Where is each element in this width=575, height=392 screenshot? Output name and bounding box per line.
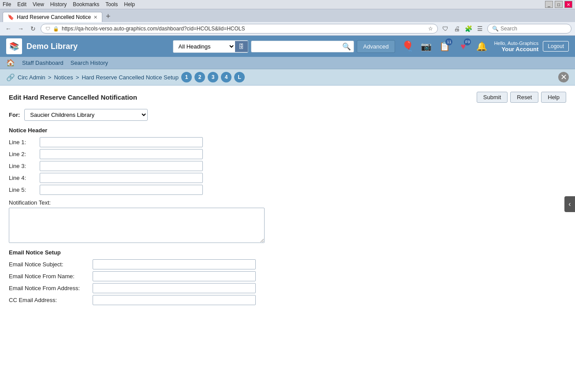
line3-row: Line 3:	[9, 161, 566, 171]
line2-input[interactable]	[40, 149, 203, 159]
app-logo: 📚	[6, 38, 22, 54]
search-history-link[interactable]: Search History	[71, 60, 108, 66]
url-input[interactable]	[62, 26, 426, 32]
email-section-header: Email Notice Setup	[9, 249, 566, 256]
wizard-bar: 🔗 Circ Admin > Notices > Hard Reserve Ca…	[0, 69, 575, 86]
line4-input[interactable]	[40, 173, 203, 183]
menu-help[interactable]: Help	[124, 1, 135, 7]
notifications-badge: 11	[445, 38, 452, 45]
search-button[interactable]: 🔍	[342, 42, 351, 51]
email-from-address-input[interactable]	[93, 283, 256, 293]
nav-home-icon[interactable]: 🏠	[6, 59, 15, 67]
url-bar[interactable]: 🛡 🔒 ☆	[41, 24, 438, 34]
form-title: Edit Hard Reserve Cancelled Notification	[9, 93, 137, 101]
hello-text: Hello, Auto-Graphics	[494, 41, 538, 46]
active-tab[interactable]: 🔖 Hard Reserve Cancelled Notice ✕	[3, 12, 102, 22]
submit-button[interactable]: Submit	[477, 92, 508, 103]
browser-titlebar: File Edit View History Bookmarks Tools H…	[0, 0, 575, 9]
reset-button[interactable]: Reset	[510, 92, 538, 103]
extension-icon[interactable]: 🧩	[463, 24, 473, 34]
line2-label: Line 2:	[9, 151, 35, 157]
heading-select-wrapper[interactable]: All Headings 🗄	[173, 40, 248, 53]
browser-search-input[interactable]	[500, 26, 567, 32]
email-subject-label: Email Notice Subject:	[9, 261, 88, 268]
line5-input[interactable]	[40, 185, 203, 195]
heart-icon[interactable]: ♥ F9	[455, 38, 471, 54]
maximize-button[interactable]: □	[555, 1, 563, 8]
database-icon[interactable]: 🗄	[235, 41, 248, 52]
user-info[interactable]: Hello, Auto-Graphics Your Account	[494, 41, 538, 52]
for-select[interactable]: Saucier Childrens Library	[24, 109, 148, 121]
back-button[interactable]: ←	[4, 24, 13, 34]
new-tab-button[interactable]: +	[103, 11, 113, 22]
app-nav: 🏠 Staff Dashboard Search History	[0, 57, 575, 69]
menu-tools[interactable]: Tools	[105, 1, 118, 7]
line3-input[interactable]	[40, 161, 203, 171]
tab-favicon: 🔖	[7, 14, 14, 20]
main-content: Edit Hard Reserve Cancelled Notification…	[0, 86, 575, 313]
tab-title: Hard Reserve Cancelled Notice	[17, 14, 91, 20]
email-from-address-row: Email Notice From Address:	[9, 283, 566, 293]
browser-urlbar: ← → ↻ 🛡 🔒 ☆ 🛡 🖨 🧩 ☰ 🔍	[0, 22, 575, 36]
browser-menu[interactable]: File Edit View History Bookmarks Tools H…	[3, 1, 135, 7]
search-icon: 🔍	[492, 26, 499, 32]
form-header: Edit Hard Reserve Cancelled Notification…	[9, 92, 566, 103]
list-notifications-icon[interactable]: 📋 11	[437, 38, 452, 54]
heading-dropdown[interactable]: All Headings	[173, 41, 235, 52]
menu-view[interactable]: View	[33, 1, 44, 7]
step-l-badge[interactable]: L	[234, 72, 245, 82]
minimize-button[interactable]: _	[545, 1, 553, 8]
balloon-icon[interactable]: 🎈	[400, 38, 415, 54]
menu-bookmarks[interactable]: Bookmarks	[73, 1, 99, 7]
email-from-address-label: Email Notice From Address:	[9, 285, 88, 291]
menu-history[interactable]: History	[50, 1, 67, 7]
cc-email-input[interactable]	[93, 295, 256, 305]
line1-input[interactable]	[40, 137, 203, 147]
advanced-button[interactable]: Advanced	[357, 40, 396, 53]
search-input[interactable]	[254, 42, 342, 51]
line5-row: Line 5:	[9, 185, 566, 195]
camera-icon[interactable]: 📷	[418, 38, 434, 54]
notification-text-section: Notification Text:	[9, 199, 566, 243]
account-text[interactable]: Your Account	[494, 46, 538, 52]
forward-button[interactable]: →	[16, 24, 26, 34]
window-controls[interactable]: _ □ ✕	[545, 1, 572, 8]
app-title: Demo Library	[26, 42, 168, 51]
email-subject-input[interactable]	[93, 259, 256, 269]
help-button[interactable]: Help	[541, 92, 566, 103]
browser-search-bar[interactable]: 🔍	[487, 24, 571, 34]
notification-textarea[interactable]	[9, 208, 265, 243]
crumb-icon: 🔗	[6, 73, 15, 82]
menu-file[interactable]: File	[3, 1, 11, 7]
step-3-badge[interactable]: 3	[208, 72, 218, 82]
print-icon[interactable]: 🖨	[452, 24, 462, 34]
favorites-badge: F9	[464, 38, 471, 45]
crumb-setup: Hard Reserve Cancelled Notice Setup	[82, 74, 179, 81]
crumb-notices[interactable]: Notices	[54, 74, 73, 81]
logout-button[interactable]: Logout	[543, 41, 569, 52]
cc-email-row: CC Email Address:	[9, 295, 566, 305]
step-2-badge[interactable]: 2	[194, 72, 205, 82]
reload-button[interactable]: ↻	[28, 24, 38, 34]
bell-icon[interactable]: 🔔	[474, 38, 489, 54]
close-wizard-button[interactable]: ✕	[558, 72, 569, 82]
line3-label: Line 3:	[9, 163, 35, 169]
menu-icon[interactable]: ☰	[475, 24, 485, 34]
shield-icon2[interactable]: 🛡	[441, 24, 450, 34]
step-4-badge[interactable]: 4	[221, 72, 231, 82]
side-collapse-button[interactable]: ‹	[564, 196, 575, 212]
line2-row: Line 2:	[9, 149, 566, 159]
header-icons: 🎈 📷 📋 11 ♥ F9 🔔	[400, 38, 489, 54]
tab-close-icon[interactable]: ✕	[93, 15, 97, 20]
close-button[interactable]: ✕	[564, 1, 572, 8]
step-1-badge[interactable]: 1	[181, 72, 192, 82]
notice-header-section: Notice Header	[9, 127, 566, 134]
bookmark-icon[interactable]: ☆	[428, 26, 433, 32]
email-subject-row: Email Notice Subject:	[9, 259, 566, 269]
menu-edit[interactable]: Edit	[17, 1, 26, 7]
email-from-name-input[interactable]	[93, 271, 256, 281]
crumb-circ-admin[interactable]: Circ Admin	[18, 74, 45, 81]
search-input-wrap: 🔍	[251, 41, 354, 52]
email-from-name-label: Email Notice From Name:	[9, 273, 88, 280]
staff-dashboard-link[interactable]: Staff Dashboard	[22, 60, 63, 66]
